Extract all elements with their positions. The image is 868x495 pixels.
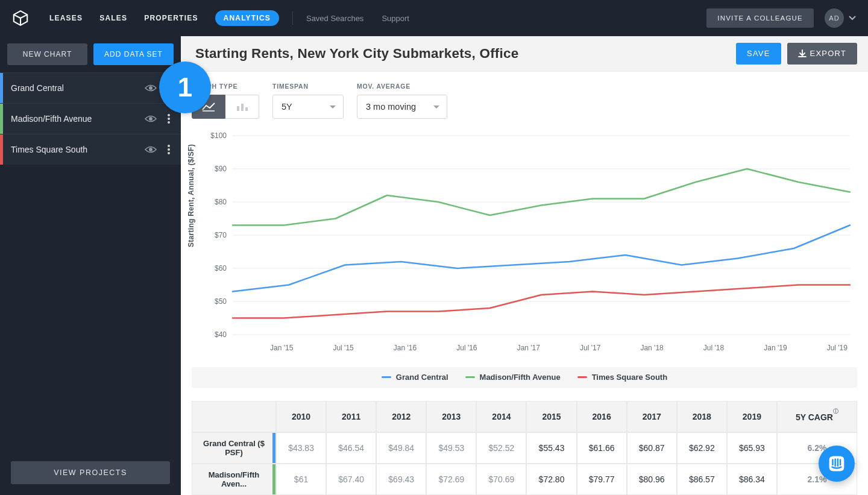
svg-text:Jan '19: Jan '19 xyxy=(764,344,787,352)
nav-divider xyxy=(292,11,293,25)
table-cell: $55.43 xyxy=(526,432,576,464)
mov-average-label: MOV. AVERAGE xyxy=(357,83,447,90)
table-cell: $70.69 xyxy=(476,464,526,495)
svg-text:Jan '17: Jan '17 xyxy=(517,344,541,352)
dataset-item[interactable]: Times Square South xyxy=(0,134,181,165)
line-chart: $40$50$60$70$80$90$100Jan '15Jul '15Jan … xyxy=(192,130,857,359)
svg-point-2 xyxy=(149,86,153,90)
main-content: Starting Rents, New York City Submarkets… xyxy=(181,36,868,495)
svg-text:$80: $80 xyxy=(215,198,227,206)
legend-label: Grand Central xyxy=(396,373,448,382)
svg-text:Jul '17: Jul '17 xyxy=(580,344,601,352)
svg-text:$100: $100 xyxy=(210,131,227,140)
table-cell: $62.92 xyxy=(677,432,727,464)
dataset-color-stripe xyxy=(0,134,3,165)
table-header-year: 2013 xyxy=(426,401,476,432)
dataset-more-icon[interactable] xyxy=(163,142,175,157)
svg-point-9 xyxy=(168,121,170,124)
svg-text:Jan '16: Jan '16 xyxy=(394,344,417,352)
legend-item: Times Square South xyxy=(577,373,667,382)
table-header-cagr: 5Y CAGRⓘ xyxy=(777,401,857,432)
chevron-down-icon xyxy=(849,14,856,22)
table-header-year: 2019 xyxy=(727,401,777,432)
chart-y-axis-label: Starting Rent, Annual, ($/SF) xyxy=(187,144,195,247)
table-row-name: Grand Central ($ PSF) xyxy=(192,432,276,464)
svg-text:$70: $70 xyxy=(215,231,227,239)
avatar: AD xyxy=(825,8,844,28)
table-header-year: 2016 xyxy=(577,401,627,432)
nav-support[interactable]: Support xyxy=(382,14,409,23)
chat-launcher-button[interactable] xyxy=(819,446,855,482)
dataset-label: Grand Central xyxy=(11,83,143,93)
table-cell: $60.87 xyxy=(627,432,677,464)
table-cell: $61 xyxy=(276,464,326,495)
view-projects-button[interactable]: VIEW PROJECTS xyxy=(11,461,170,484)
table-cell: $86.57 xyxy=(677,464,727,495)
timespan-select[interactable]: 5Y xyxy=(272,95,344,119)
svg-text:Jan '15: Jan '15 xyxy=(270,344,294,352)
new-chart-button[interactable]: NEW CHART xyxy=(7,43,87,65)
dataset-color-stripe xyxy=(0,73,3,103)
dataset-more-icon[interactable] xyxy=(163,112,175,126)
svg-point-12 xyxy=(168,148,170,151)
table-cell: $72.69 xyxy=(426,464,476,495)
table-cell: $49.53 xyxy=(426,432,476,464)
add-data-set-button[interactable]: ADD DATA SET xyxy=(93,43,174,65)
nav-sales[interactable]: SALES xyxy=(99,14,127,22)
export-button[interactable]: EXPORT xyxy=(787,43,857,65)
svg-point-6 xyxy=(149,117,153,121)
nav-analytics[interactable]: ANALYTICS xyxy=(215,10,279,26)
nav-leases[interactable]: LEASES xyxy=(49,14,83,22)
bar-chart-icon xyxy=(235,101,250,112)
visibility-toggle-icon[interactable] xyxy=(143,142,158,157)
brand-logo-icon[interactable] xyxy=(12,10,29,27)
nav-saved-searches[interactable]: Saved Searches xyxy=(306,14,363,23)
legend-item: Madison/Fifth Avenue xyxy=(465,373,561,382)
table-header-year: 2014 xyxy=(476,401,526,432)
legend-swatch xyxy=(465,376,475,378)
top-nav: LEASES SALES PROPERTIES ANALYTICS Saved … xyxy=(0,0,868,36)
export-label: EXPORT xyxy=(810,49,846,58)
svg-point-8 xyxy=(168,118,170,120)
svg-point-7 xyxy=(168,114,170,116)
visibility-toggle-icon[interactable] xyxy=(143,81,158,95)
table-cell: $67.40 xyxy=(326,464,376,495)
table-header-year: 2011 xyxy=(326,401,376,432)
sidebar: NEW CHART ADD DATA SET Grand Central Mad… xyxy=(0,36,181,495)
user-menu[interactable]: AD xyxy=(825,8,856,28)
svg-text:$60: $60 xyxy=(215,264,227,273)
svg-text:$40: $40 xyxy=(215,330,227,339)
table-header-year: 2018 xyxy=(677,401,727,432)
save-button[interactable]: SAVE xyxy=(736,43,781,65)
table-cell: $49.84 xyxy=(376,432,426,464)
legend-swatch xyxy=(382,376,391,378)
table-cell: $86.34 xyxy=(727,464,777,495)
legend-swatch xyxy=(577,376,587,378)
dataset-label: Times Square South xyxy=(11,145,143,154)
svg-text:Jul '19: Jul '19 xyxy=(827,344,848,352)
svg-text:$90: $90 xyxy=(215,165,227,173)
table-cell: $65.93 xyxy=(727,432,777,464)
chat-icon xyxy=(828,455,846,473)
table-row-name: Madison/Fifth Aven... xyxy=(192,464,276,495)
timespan-label: TIMESPAN xyxy=(272,83,344,90)
invite-colleague-button[interactable]: INVITE A COLLEAGUE xyxy=(706,8,814,28)
dataset-item[interactable]: Madison/Fifth Avenue xyxy=(0,103,181,134)
table-cell: $61.66 xyxy=(577,432,627,464)
svg-text:Jul '18: Jul '18 xyxy=(703,344,725,352)
annotation-marker: 1 xyxy=(159,61,211,113)
svg-point-11 xyxy=(168,145,170,147)
graph-type-bar-button[interactable] xyxy=(225,95,259,119)
table-row: Madison/Fifth Aven... $61$67.40$69.43$72… xyxy=(192,464,857,495)
table-cell: $72.80 xyxy=(526,464,576,495)
legend-label: Madison/Fifth Avenue xyxy=(480,373,561,382)
table-header-year: 2017 xyxy=(627,401,677,432)
nav-properties[interactable]: PROPERTIES xyxy=(144,14,198,22)
mov-average-select[interactable]: 3 mo moving xyxy=(357,95,447,119)
visibility-toggle-icon[interactable] xyxy=(143,112,158,126)
page-title: Starting Rents, New York City Submarkets… xyxy=(195,46,518,61)
svg-text:$50: $50 xyxy=(215,297,227,306)
svg-text:Jul '15: Jul '15 xyxy=(333,344,354,352)
svg-rect-16 xyxy=(241,104,244,111)
dataset-item[interactable]: Grand Central xyxy=(0,72,181,103)
